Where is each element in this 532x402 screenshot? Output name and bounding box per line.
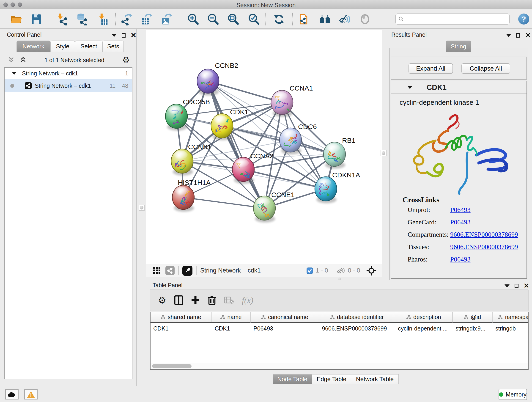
crosslink-value-link[interactable]: 9606.ENSP00000378699 xyxy=(450,231,518,238)
network-node-CCNB1[interactable]: CCNB1 xyxy=(171,143,211,173)
tab-network[interactable]: Network xyxy=(17,41,51,52)
warning-status-button[interactable] xyxy=(24,389,38,400)
import-network-file-button[interactable] xyxy=(56,13,68,26)
open-session-button[interactable] xyxy=(10,13,22,26)
close-panel-icon[interactable]: ✕ xyxy=(525,33,531,38)
expand-all-button[interactable]: Expand All xyxy=(409,63,453,74)
expand-all-chevron-icon[interactable] xyxy=(8,57,15,64)
table-horizontal-scrollbar[interactable] xyxy=(151,363,528,369)
selected-node-edge-count: 1 - 0 xyxy=(316,267,328,274)
table-cell[interactable]: P06493 xyxy=(251,323,319,333)
cytoscape-window: Session: New Session xyxy=(0,0,532,402)
network-collection-row[interactable]: String Network – cdk1 1 xyxy=(5,68,132,79)
cloud-status-button[interactable] xyxy=(5,389,19,400)
section-collapse-icon[interactable] xyxy=(407,86,412,89)
column-header-name[interactable]: name xyxy=(212,312,251,323)
network-edge[interactable] xyxy=(208,81,264,208)
column-header-description[interactable]: description xyxy=(395,312,453,323)
delete-column-icon[interactable] xyxy=(208,295,216,305)
crosslink-value-link[interactable]: P06493 xyxy=(450,218,471,226)
export-image-button[interactable] xyxy=(160,13,173,26)
right-splitter-handle[interactable] xyxy=(380,150,386,156)
string-view-icon[interactable] xyxy=(165,266,175,275)
tab-string[interactable]: String xyxy=(446,41,471,52)
collapse-panel-icon[interactable] xyxy=(505,284,510,287)
window-title: Session: New Session xyxy=(0,2,532,9)
add-column-icon[interactable] xyxy=(191,296,200,305)
collapse-all-button[interactable]: Collapse All xyxy=(462,63,510,74)
grid-view-icon[interactable] xyxy=(152,266,161,275)
tree-expand-icon[interactable] xyxy=(12,72,17,75)
crosslink-value-link[interactable]: P06493 xyxy=(450,206,471,213)
share-document-button[interactable] xyxy=(298,13,310,26)
close-panel-icon[interactable]: ✕ xyxy=(131,33,136,38)
export-network-button[interactable] xyxy=(120,13,133,26)
show-columns-icon[interactable] xyxy=(174,295,183,305)
import-table-file-button[interactable] xyxy=(97,13,109,26)
help-button[interactable]: ? xyxy=(518,13,529,25)
crosslink-row: GeneCard:P06493 xyxy=(408,218,471,226)
zoom-in-button[interactable] xyxy=(187,13,199,26)
birds-eye-view-icon[interactable] xyxy=(182,266,192,276)
tab-select[interactable]: Select xyxy=(75,41,103,52)
crosslink-value-link[interactable]: P06493 xyxy=(450,255,471,263)
crosslinks-heading: CrossLinks xyxy=(403,196,439,204)
close-panel-icon[interactable]: ✕ xyxy=(524,283,529,288)
column-type-icon xyxy=(498,315,503,320)
collapse-panel-icon[interactable] xyxy=(506,34,511,37)
network-row-selected[interactable]: String Network – cdk1 11 48 xyxy=(5,79,132,92)
column-header-canonicalname[interactable]: canonical name xyxy=(251,312,319,323)
network-node-CDKN1A[interactable]: CDKN1A xyxy=(315,171,360,201)
table-cell[interactable]: 9606.ENSP00000378699 xyxy=(319,323,395,333)
column-header-databaseidentifier[interactable]: database identifier xyxy=(319,312,395,323)
column-header-sharedname[interactable]: shared name xyxy=(151,312,212,323)
float-panel-icon[interactable] xyxy=(515,284,519,288)
memory-button[interactable]: Memory xyxy=(499,389,527,400)
tab-sets[interactable]: Sets xyxy=(103,41,124,52)
table-cell[interactable]: CDK1 xyxy=(151,323,212,333)
tab-edge-table[interactable]: Edge Table xyxy=(312,374,351,384)
inspect-sphere-button[interactable] xyxy=(359,13,371,26)
network-node-CCNA1[interactable]: CCNA1 xyxy=(271,84,313,115)
column-header-namespace[interactable]: namespace xyxy=(493,312,529,323)
table-cell[interactable]: stringdb xyxy=(493,323,529,333)
network-node-RB1[interactable]: RB1 xyxy=(323,137,355,166)
crosslink-value-link[interactable]: 9606.ENSP00000378699 xyxy=(450,243,518,250)
zoom-fit-button[interactable] xyxy=(227,13,239,26)
save-session-button[interactable] xyxy=(30,13,43,26)
fit-selection-crosshair-icon[interactable] xyxy=(366,265,377,276)
export-table-button[interactable] xyxy=(140,13,153,26)
gene-section-header[interactable]: CDK1 xyxy=(391,81,526,94)
zoom-out-button[interactable] xyxy=(207,13,219,26)
network-node-HIST1H1A[interactable]: HIST1H1A xyxy=(172,179,210,210)
float-panel-icon[interactable] xyxy=(122,33,126,38)
tab-style[interactable]: Style xyxy=(51,41,75,52)
collapse-all-chevron-icon[interactable] xyxy=(20,57,27,64)
refresh-layout-button[interactable] xyxy=(273,13,285,26)
table-cell[interactable]: CDK1 xyxy=(212,323,251,333)
float-panel-icon[interactable] xyxy=(516,33,520,38)
network-node-CCNE1[interactable]: CCNE1 xyxy=(253,191,295,220)
collapse-panel-icon[interactable] xyxy=(112,34,117,37)
left-splitter-handle[interactable] xyxy=(139,205,145,211)
network-options-gear-icon[interactable]: ⚙ xyxy=(122,56,130,64)
import-network-database-button[interactable] xyxy=(75,13,88,26)
tab-node-table[interactable]: Node Table xyxy=(273,374,312,384)
network-edge[interactable] xyxy=(183,197,264,208)
network-node-CDK1[interactable]: CDK1 xyxy=(211,108,248,138)
table-options-gear-icon[interactable]: ⚙ xyxy=(158,296,166,304)
tab-network-table[interactable]: Network Table xyxy=(351,374,399,384)
network-canvas[interactable]: CCNB2CCNA1CDC25BCDK1CDC6RB1CCNB1CCNA2CDK… xyxy=(146,30,382,264)
network-edge[interactable] xyxy=(208,81,282,102)
column-header-id[interactable]: @id xyxy=(453,312,493,323)
string-home-button[interactable] xyxy=(319,13,331,26)
hidden-eye-icon[interactable] xyxy=(336,267,346,274)
table-cell[interactable]: stringdb:9... xyxy=(453,323,493,333)
hide-show-button[interactable] xyxy=(339,13,351,26)
search-input[interactable] xyxy=(404,16,503,22)
selected-nodes-checkbox-icon[interactable] xyxy=(307,268,313,274)
table-cell[interactable]: cyclin-dependent ... xyxy=(395,323,453,333)
zoom-selected-button[interactable] xyxy=(248,13,260,26)
scrollbar-thumb[interactable] xyxy=(152,364,191,368)
network-node-CDC25B[interactable]: CDC25B xyxy=(165,98,210,128)
